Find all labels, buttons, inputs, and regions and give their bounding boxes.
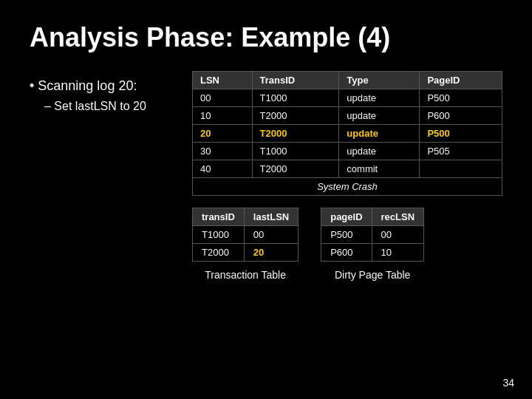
bullet-point: • Scanning log 20: [30, 78, 177, 94]
system-crash-label: System Crash [193, 178, 502, 196]
log-table-row: 00T1000updateP500 [193, 89, 502, 107]
transaction-table-label: Transaction Table [192, 269, 299, 281]
transaction-table-row: T200020 [193, 244, 299, 262]
log-header-lsn: LSN [193, 72, 253, 89]
dirty-header-reclsn: recLSN [372, 208, 424, 226]
dirty-page-table: pageID recLSN P50000P60010 [321, 208, 424, 262]
sub-bullet: – Set lastLSN to 20 [30, 100, 177, 113]
trans-header-lastlsn: lastLSN [244, 208, 298, 226]
page-number: 34 [502, 377, 514, 389]
bottom-tables-wrapper: transID lastLSN T100000T200020 Transacti… [192, 208, 502, 281]
page-title: Analysis Phase: Example (4) [30, 22, 502, 53]
log-table-row: 40T2000commit [193, 160, 502, 178]
log-header-type: Type [339, 72, 420, 89]
dirty-header-pageid: pageID [321, 208, 372, 226]
slide: Analysis Phase: Example (4) • Scanning l… [0, 0, 532, 399]
log-table: LSN TransID Type PageID 00T1000updateP50… [192, 71, 502, 196]
log-table-row: 20T2000updateP500 [193, 125, 502, 143]
dirty-page-table-label: Dirty Page Table [321, 269, 424, 281]
left-panel: • Scanning log 20: – Set lastLSN to 20 [30, 71, 177, 281]
log-table-row: 10T2000updateP600 [193, 107, 502, 125]
dirty-page-table-row: P60010 [321, 244, 424, 262]
log-table-row: 30T1000updateP505 [193, 143, 502, 160]
dirty-section: pageID recLSN P50000P60010 Dirty Page Ta… [321, 208, 424, 281]
log-header-pageid: PageID [420, 72, 502, 89]
transaction-table: transID lastLSN T100000T200020 [192, 208, 299, 262]
right-panel: LSN TransID Type PageID 00T1000updateP50… [192, 71, 502, 281]
transaction-section: transID lastLSN T100000T200020 Transacti… [192, 208, 299, 281]
log-header-transid: TransID [252, 72, 339, 89]
transaction-table-row: T100000 [193, 226, 299, 244]
content-area: • Scanning log 20: – Set lastLSN to 20 L… [30, 71, 502, 281]
trans-header-transid: transID [193, 208, 245, 226]
dirty-page-table-row: P50000 [321, 226, 424, 244]
